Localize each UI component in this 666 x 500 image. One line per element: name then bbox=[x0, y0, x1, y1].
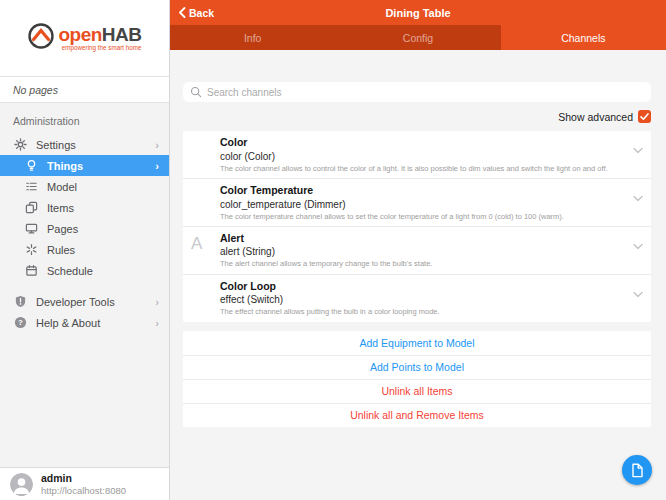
sidebar-item-settings[interactable]: Settings › bbox=[0, 134, 169, 155]
sidebar-item-label: Items bbox=[47, 202, 159, 214]
channel-info: Color Loop effect (Switch) The effect ch… bbox=[220, 280, 625, 318]
show-advanced-checkbox[interactable] bbox=[638, 110, 651, 123]
sidebar-item-developer-tools[interactable]: Developer Tools › bbox=[0, 291, 169, 312]
channels-content: Show advanced Color color (Color) The co… bbox=[170, 50, 666, 500]
edit-thing-fab[interactable] bbox=[622, 455, 652, 485]
channel-subtitle: color (Color) bbox=[220, 150, 625, 163]
sidebar-item-label: Developer Tools bbox=[36, 296, 155, 308]
openhab-logo-icon bbox=[27, 22, 55, 54]
chevron-down-icon[interactable] bbox=[633, 184, 643, 222]
channel-title: Color bbox=[220, 136, 625, 150]
channel-row-alert[interactable]: A Alert alert (String) The alert channel… bbox=[183, 226, 651, 274]
back-button[interactable]: Back bbox=[170, 7, 214, 19]
shield-icon bbox=[13, 295, 27, 309]
channel-row-color-loop[interactable]: Color Loop effect (Switch) The effect ch… bbox=[183, 274, 651, 322]
search-icon bbox=[190, 86, 202, 98]
channel-title: Alert bbox=[220, 232, 625, 246]
gear-icon bbox=[13, 138, 27, 152]
add-points-to-model-button[interactable]: Add Points to Model bbox=[183, 355, 651, 379]
sidebar-item-schedule[interactable]: Schedule bbox=[0, 260, 169, 281]
monitor-icon bbox=[24, 222, 38, 236]
tab-info[interactable]: Info bbox=[170, 25, 335, 50]
sidebar-item-model[interactable]: Model bbox=[0, 176, 169, 197]
channel-description: The color temperature channel allows to … bbox=[220, 211, 625, 222]
model-tree-icon bbox=[24, 180, 38, 194]
sidebar-item-help-about[interactable]: ? Help & About › bbox=[0, 312, 169, 333]
search-input[interactable] bbox=[207, 87, 644, 98]
channel-subtitle: color_temperature (Dimmer) bbox=[220, 198, 625, 211]
chevron-right-icon: › bbox=[155, 160, 159, 172]
actions-list: Add Equipment to Model Add Points to Mod… bbox=[183, 331, 651, 427]
unlink-all-and-remove-items-button[interactable]: Unlink all and Remove Items bbox=[183, 403, 651, 427]
app-window: openHAB empowering the smart home No pag… bbox=[0, 0, 666, 500]
channel-title: Color Loop bbox=[220, 280, 625, 294]
channel-list: Color color (Color) The color channel al… bbox=[183, 131, 651, 322]
sidebar-item-label: Help & About bbox=[36, 317, 155, 329]
tab-bar: Info Config Channels bbox=[170, 25, 666, 50]
channel-info: Color Temperature color_temperature (Dim… bbox=[220, 184, 625, 222]
chevron-right-icon: › bbox=[155, 139, 159, 151]
question-icon: ? bbox=[13, 316, 27, 330]
chevron-right-icon: › bbox=[155, 296, 159, 308]
page-title: Dining Table bbox=[170, 7, 666, 19]
unlink-all-items-button[interactable]: Unlink all Items bbox=[183, 379, 651, 403]
color-wheel-icon bbox=[191, 185, 212, 206]
sidebar-item-label: Model bbox=[47, 181, 159, 193]
lightbulb-icon bbox=[24, 159, 38, 173]
sidebar-item-label: Pages bbox=[47, 223, 159, 235]
logo-text: openHAB empowering the smart home bbox=[58, 25, 141, 51]
check-icon bbox=[639, 111, 650, 122]
channel-row-color-temperature[interactable]: Color Temperature color_temperature (Dim… bbox=[183, 178, 651, 226]
channel-info: Color color (Color) The color channel al… bbox=[220, 136, 625, 174]
chevron-down-icon[interactable] bbox=[633, 280, 643, 318]
letter-a-icon: A bbox=[191, 233, 212, 254]
chevron-down-icon[interactable] bbox=[633, 232, 643, 270]
user-name: admin bbox=[41, 472, 126, 485]
channel-title: Color Temperature bbox=[220, 184, 625, 198]
calendar-icon bbox=[24, 264, 38, 278]
avatar bbox=[10, 473, 33, 496]
user-panel[interactable]: admin http://localhost:8080 bbox=[0, 467, 169, 500]
channel-info: Alert alert (String) The alert channel a… bbox=[220, 232, 625, 270]
channel-subtitle: alert (String) bbox=[220, 245, 625, 258]
user-info: admin http://localhost:8080 bbox=[41, 472, 126, 496]
svg-text:?: ? bbox=[18, 318, 23, 327]
top-navbar: Back Dining Table bbox=[170, 0, 666, 25]
menu-gap bbox=[0, 281, 169, 291]
show-advanced-label: Show advanced bbox=[558, 111, 633, 123]
main-panel: Back Dining Table Info Config Channels S… bbox=[170, 0, 666, 500]
sidebar-item-label: Settings bbox=[36, 139, 155, 151]
document-icon bbox=[631, 463, 644, 478]
show-advanced-row: Show advanced bbox=[183, 110, 651, 123]
user-url: http://localhost:8080 bbox=[41, 485, 126, 496]
sidebar-menu: Administration Settings › bbox=[0, 103, 169, 467]
logo-wordmark: openHAB bbox=[58, 25, 141, 44]
no-pages-label: No pages bbox=[0, 76, 169, 103]
sparkle-icon bbox=[24, 243, 38, 257]
sidebar-item-label: Schedule bbox=[47, 265, 159, 277]
sidebar-item-rules[interactable]: Rules bbox=[0, 239, 169, 260]
sidebar-item-label: Things bbox=[47, 160, 155, 172]
chevron-right-icon: › bbox=[155, 317, 159, 329]
add-equipment-to-model-button[interactable]: Add Equipment to Model bbox=[183, 331, 651, 355]
channel-description: The alert channel allows a temporary cha… bbox=[220, 258, 625, 269]
channel-description: The effect channel allows putting the bu… bbox=[220, 306, 625, 317]
logo-area: openHAB empowering the smart home bbox=[0, 0, 169, 76]
tab-channels[interactable]: Channels bbox=[501, 25, 666, 50]
items-copy-icon bbox=[24, 201, 38, 215]
channel-description: The color channel allows to control the … bbox=[220, 163, 625, 174]
color-wheel-icon bbox=[191, 281, 212, 302]
channel-subtitle: effect (Switch) bbox=[220, 293, 625, 306]
sidebar-item-pages[interactable]: Pages bbox=[0, 218, 169, 239]
sidebar-item-label: Rules bbox=[47, 244, 159, 256]
sidebar-item-things[interactable]: Things › bbox=[0, 155, 169, 176]
logo-tagline: empowering the smart home bbox=[58, 45, 141, 51]
tab-config[interactable]: Config bbox=[335, 25, 500, 50]
sidebar-item-items[interactable]: Items bbox=[0, 197, 169, 218]
chevron-down-icon[interactable] bbox=[633, 136, 643, 174]
chevron-left-icon bbox=[178, 7, 186, 18]
color-wheel-icon bbox=[191, 137, 212, 158]
channel-row-color[interactable]: Color color (Color) The color channel al… bbox=[183, 131, 651, 178]
search-bar bbox=[183, 82, 651, 102]
section-administration: Administration bbox=[0, 110, 169, 134]
